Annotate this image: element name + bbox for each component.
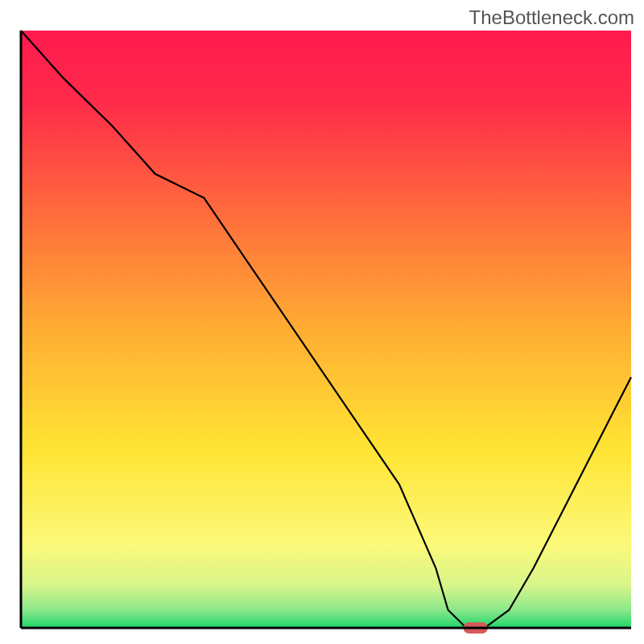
chart-container: TheBottleneck.com <box>0 0 644 644</box>
bottleneck-chart <box>0 0 644 644</box>
watermark-text: TheBottleneck.com <box>469 6 634 29</box>
plot-background <box>21 31 631 628</box>
